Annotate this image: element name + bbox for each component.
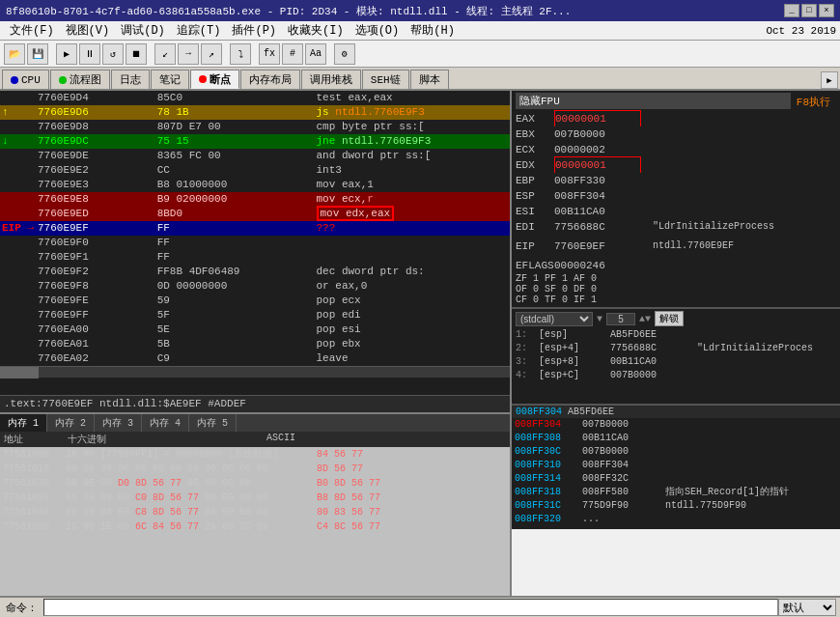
reg-ebp-val[interactable]: 008FF330	[554, 173, 641, 188]
tab-script[interactable]: 脚本	[410, 70, 449, 89]
mem-row-5[interactable]: 77561050 1C 00 1E 00 6C 84 56 77 2A 00 2…	[0, 519, 510, 534]
flag-df[interactable]: DF 0	[574, 284, 597, 294]
disasm-row-15[interactable]: 7760E9FF 5F pop edi	[0, 308, 510, 323]
tab-log[interactable]: 日志	[111, 70, 150, 89]
stack-callconv-select[interactable]: (stdcall)	[516, 312, 593, 326]
tb-step-out[interactable]: ↗	[201, 43, 222, 65]
tb-run-to[interactable]: ⤵	[230, 43, 251, 65]
menu-debug[interactable]: 调试(D)	[115, 21, 171, 40]
tb-restart[interactable]: ↺	[102, 43, 124, 65]
reg-eax-val[interactable]: 00000001	[554, 110, 641, 127]
disasm-row-18[interactable]: 7760EA02 C9 leave	[0, 351, 510, 366]
tb-stop[interactable]: ⏹	[126, 43, 147, 65]
mem-row-4[interactable]: 77561040 06 00 08 00 C8 8D 56 77 0A 00 B…	[0, 505, 510, 519]
disasm-row-16[interactable]: 7760EA00 5E pop esi	[0, 323, 510, 337]
disasm-row-10[interactable]: 7760E9F0 FF	[0, 236, 510, 250]
reg-edi-val[interactable]: 7756688C	[554, 219, 641, 235]
disasm-row-11[interactable]: 7760E9F1 FF	[0, 250, 510, 265]
mem-row-2[interactable]: 77561020 00 0E 00 D0 8D 56 77 06 00 08 0…	[0, 476, 510, 491]
disasm-row-1[interactable]: ↑ 7760E9D6 78 1B js ntdll.7760E9F3	[0, 105, 510, 120]
tb-step-over[interactable]: →	[178, 43, 199, 65]
minimize-button[interactable]: _	[784, 4, 799, 17]
disasm-row-8[interactable]: 7760E9ED 8BD0 mov edx,eax	[0, 207, 510, 221]
menu-help[interactable]: 帮助(H)	[405, 21, 461, 40]
menu-file[interactable]: 文件(F)	[4, 21, 60, 40]
stack-val-3[interactable]: 00B11CA0	[610, 355, 687, 369]
reg-eip-val[interactable]: 7760E9EF	[554, 238, 641, 254]
unlock-button[interactable]: 解锁	[655, 311, 684, 326]
tab-flowchart[interactable]: 流程图	[50, 70, 110, 89]
reg-esi-val[interactable]: 00B11CA0	[554, 204, 641, 219]
disasm-row-2[interactable]: 7760E9D8 807D E7 00 cmp byte ptr ss:[	[0, 120, 510, 134]
reg-eflags-val[interactable]: 00000246	[554, 258, 641, 273]
stack-addr2-1: [esp]	[539, 328, 606, 342]
stack-num-4: 4:	[516, 369, 535, 382]
reg-ecx-val[interactable]: 00000002	[554, 142, 641, 157]
reg-edx-val[interactable]: 00000001	[554, 156, 641, 174]
reg-ebx-val[interactable]: 007B0000	[554, 126, 641, 142]
flag-af[interactable]: AF 0	[574, 273, 597, 284]
tb-hash[interactable]: #	[282, 43, 303, 65]
flag-sf[interactable]: SF 0	[545, 284, 568, 294]
stack-val-1[interactable]: AB5FD6EE	[610, 328, 687, 342]
menu-favorites[interactable]: 收藏夹(I)	[282, 21, 350, 40]
tab-breakpoints[interactable]: 断点	[190, 70, 239, 89]
tab-seh[interactable]: SEH链	[362, 70, 409, 89]
flag-of[interactable]: OF 0	[516, 284, 539, 294]
cmd-dropdown[interactable]: 默认	[778, 599, 836, 616]
disasm-row-12[interactable]: 7760E9F2 FF8B 4DF06489 dec dword ptr ds:	[0, 265, 510, 279]
flag-pf[interactable]: PF 1	[545, 273, 568, 284]
mem-tab-3[interactable]: 内存 3	[95, 414, 142, 432]
stack-val-4[interactable]: 007B0000	[610, 369, 687, 382]
maximize-button[interactable]: □	[801, 4, 817, 17]
cmd-input[interactable]	[43, 599, 778, 616]
flag-cf[interactable]: CF 0	[516, 294, 539, 305]
mem-tab-1[interactable]: 内存 1	[0, 414, 47, 432]
tb-step-into[interactable]: ↙	[154, 43, 176, 65]
flag-tf[interactable]: TF 0	[545, 294, 568, 305]
mem-tab-5[interactable]: 内存 5	[189, 414, 237, 432]
tb-aa[interactable]: Aa	[305, 43, 326, 65]
tab-arrow-right[interactable]: ▶	[821, 71, 838, 89]
tab-memmap[interactable]: 内存布局	[240, 70, 300, 89]
menu-plugin[interactable]: 插件(P)	[226, 21, 282, 40]
tb-fx[interactable]: fx	[259, 43, 280, 65]
right-mem-row-2: 008FF30C 007B0000	[512, 445, 840, 459]
disasm-row-0[interactable]: 7760E9D4 85C0 test eax,eax	[0, 91, 510, 105]
disasm-row-7[interactable]: 7760E9E8 B9 02000000 mov ecx,r	[0, 192, 510, 207]
tb-settings[interactable]: ⚙	[334, 43, 355, 65]
window-buttons[interactable]: _ □ ×	[784, 4, 834, 17]
flag-zf[interactable]: ZF 1	[516, 273, 539, 284]
menu-options[interactable]: 选项(O)	[350, 21, 406, 40]
disasm-row-17[interactable]: 7760EA01 5B pop ebx	[0, 337, 510, 351]
tb-open[interactable]: 📂	[4, 43, 25, 65]
disasm-area[interactable]: 7760E9D4 85C0 test eax,eax ↑ 7760E9D6 78…	[0, 91, 510, 395]
mem-tab-2[interactable]: 内存 2	[47, 414, 95, 432]
tab-callstack[interactable]: 调用堆栈	[301, 70, 361, 89]
disasm-row-eip[interactable]: EIP → 7760E9EF FF ???	[0, 221, 510, 236]
flag-if[interactable]: IF 1	[574, 294, 597, 305]
tb-save[interactable]: 💾	[27, 43, 48, 65]
mem-row-0[interactable]: 77561000 16 00 [77560FF1] = 00000000 (系统…	[0, 447, 510, 462]
close-button[interactable]: ×	[819, 4, 834, 17]
reg-row-edi: EDI 7756688C "LdrInitializeProcess	[516, 219, 836, 235]
menu-trace[interactable]: 追踪(T)	[171, 21, 227, 40]
tb-pause[interactable]: ⏸	[79, 43, 100, 65]
mem-row-3[interactable]: 77561030 06 00 08 00 C0 8D 56 77 06 00 0…	[0, 491, 510, 505]
tb-play[interactable]: ▶	[56, 43, 77, 65]
disasm-row-14[interactable]: 7760E9FE 59 pop ecx	[0, 294, 510, 308]
mem-row-1[interactable]: 77561010 00 00 00 00 00 00 00 00 00 00 0…	[0, 462, 510, 476]
mem-tab-4[interactable]: 内存 4	[142, 414, 189, 432]
disasm-row-13[interactable]: 7760E9F8 0D 00000000 or eax,0	[0, 279, 510, 294]
disasm-row-4[interactable]: 7760E9DE 8365 FC 00 and dword ptr ss:[	[0, 149, 510, 163]
reg-esp-val[interactable]: 008FF304	[554, 188, 641, 204]
tab-notes[interactable]: 笔记	[151, 70, 189, 89]
disasm-row-6[interactable]: 7760E9E3 B8 01000000 mov eax,1	[0, 178, 510, 192]
disasm-row-3[interactable]: ↓ 7760E9DC 75 15 jne ntdll.7760E9F3	[0, 134, 510, 149]
tab-cpu[interactable]: CPU	[2, 70, 49, 89]
menu-view[interactable]: 视图(V)	[60, 21, 116, 40]
right-mem-row-3: 008FF310 008FF304	[512, 459, 840, 472]
disasm-row-5[interactable]: 7760E9E2 CC int3	[0, 163, 510, 178]
stack-num-input[interactable]	[606, 313, 635, 325]
stack-val-2[interactable]: 7756688C	[610, 342, 687, 355]
